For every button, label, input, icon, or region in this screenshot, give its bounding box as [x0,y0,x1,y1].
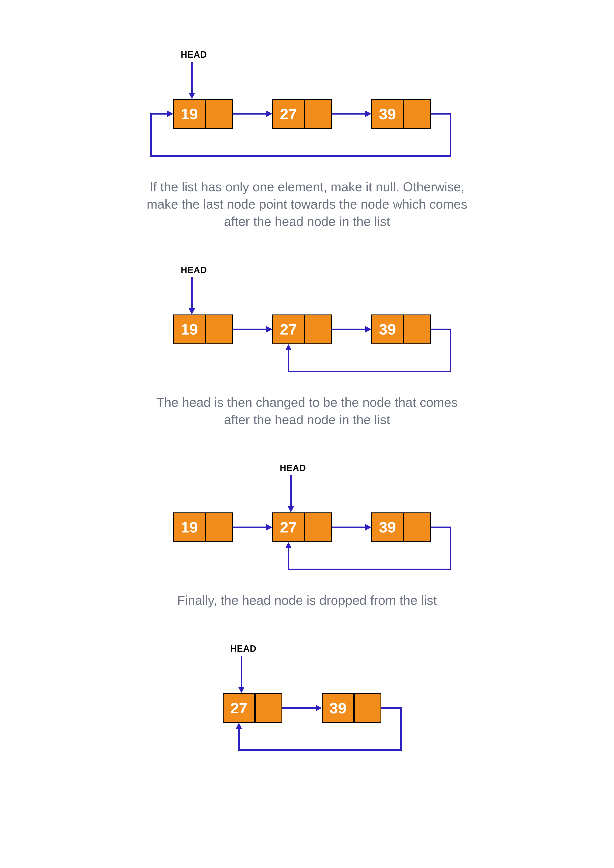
node-27-data: 27 [272,315,305,344]
caption-3: Finally, the head node is dropped from t… [146,592,468,609]
node-39: 39 [372,512,431,542]
step-4: HEAD 27 39 [74,643,540,757]
diagram-2: HEAD 19 27 39 [146,265,468,379]
svg-marker-8 [189,308,195,315]
node-19-ptr [205,99,233,129]
node-27-ptr [305,512,332,542]
node-39-data: 39 [372,315,404,344]
svg-marker-20 [285,542,292,548]
svg-marker-5 [365,111,372,117]
caption-1: If the list has only one element, make i… [146,178,468,230]
node-27-data: 27 [272,99,305,129]
svg-marker-15 [288,506,294,512]
svg-marker-13 [285,344,292,350]
svg-marker-25 [236,723,242,729]
node-39: 39 [372,315,431,344]
head-label: HEAD [181,265,207,275]
svg-marker-3 [266,111,272,117]
node-27-ptr [305,99,332,129]
svg-marker-17 [266,524,272,530]
node-19-data: 19 [173,512,205,542]
caption-2: The head is then changed to be the node … [146,394,468,428]
head-label: HEAD [181,50,207,60]
node-19-data: 19 [173,99,205,129]
svg-marker-24 [316,705,322,711]
step-3: HEAD 19 27 39 [74,463,540,609]
head-label: HEAD [280,463,306,473]
step-1: HEAD 19 27 39 [74,50,540,230]
head-label: HEAD [230,643,256,654]
node-27-ptr [305,315,332,344]
diagram-3: HEAD 19 27 39 [146,463,468,577]
node-19: 19 [173,99,233,129]
svg-marker-12 [365,326,372,333]
node-19-data: 19 [173,315,205,344]
node-39-data: 39 [372,512,404,542]
node-39-ptr [404,99,431,129]
node-39-data: 39 [372,99,404,129]
node-27-data: 27 [223,693,255,723]
node-39-ptr [404,512,431,542]
node-19-ptr [205,315,233,344]
svg-marker-22 [238,687,245,693]
node-27: 27 [272,315,332,344]
node-19: 19 [173,315,233,344]
node-27: 27 [272,512,332,542]
node-39-ptr [404,315,431,344]
node-39-ptr [354,693,381,723]
svg-marker-19 [365,524,372,530]
svg-marker-10 [266,326,272,333]
svg-marker-1 [189,93,195,99]
node-19: 19 [173,512,233,542]
node-27-ptr [255,693,282,723]
node-27-data: 27 [272,512,305,542]
node-39-data: 39 [322,693,354,723]
diagram-1: HEAD 19 27 39 [146,50,468,163]
node-27: 27 [223,693,282,723]
node-39: 39 [372,99,431,129]
node-39: 39 [322,693,381,723]
step-2: HEAD 19 27 39 [74,265,540,428]
node-27: 27 [272,99,332,129]
page: HEAD 19 27 39 [0,0,614,868]
svg-marker-6 [167,111,173,117]
diagram-4: HEAD 27 39 [196,643,418,757]
node-19-ptr [205,512,233,542]
